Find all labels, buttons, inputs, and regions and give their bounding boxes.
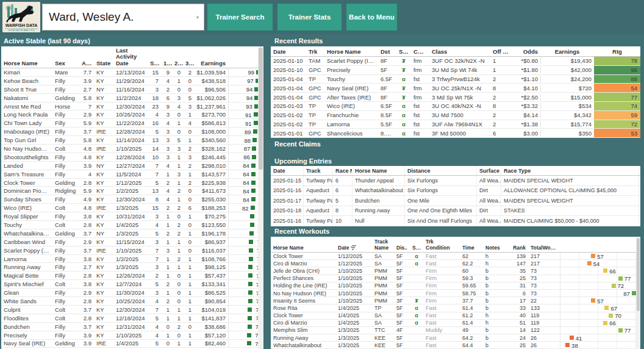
rating-square-mark[interactable] xyxy=(254,112,258,117)
col-header-surf[interactable]: Surf xyxy=(396,48,411,55)
table-row[interactable]: Spirit's MischiefColt3.8KY12/7/20245201$… xyxy=(1,280,263,289)
rating-square-mark[interactable] xyxy=(570,336,574,340)
table-row[interactable]: Wico (IRE)Colt4.8IRE1/3/202515226$188,25… xyxy=(1,204,263,212)
col-header-date[interactable]: Date xyxy=(271,166,304,175)
rating-square-mark[interactable] xyxy=(250,214,254,218)
col-header-cond[interactable]: Cond xyxy=(411,48,429,55)
col-header-date[interactable]: Date xyxy=(335,245,372,251)
table-row[interactable]: Insanity It Seems1/10/2025PMM3F₮Firm37.7… xyxy=(271,297,640,304)
rating-square-mark[interactable] xyxy=(252,138,257,142)
table-row[interactable]: Caribbean WindFilly2.9KY11/15/20243110$8… xyxy=(1,238,263,246)
dropdown-caret-icon[interactable]: ▾ xyxy=(196,15,199,20)
table-row[interactable]: 2025-01-16Aqueduct6WhatchatalkinaboutSix… xyxy=(271,186,640,196)
rating-square-mark[interactable] xyxy=(604,306,609,310)
rating-square-mark[interactable] xyxy=(591,298,595,303)
table-row[interactable]: 2025-01-10TAMScarlet Poppy (IRE)8F₮frm3U… xyxy=(271,57,640,66)
table-row[interactable]: Holding the Line (IRE)1/10/2025PMM5FFirm… xyxy=(271,282,640,290)
rating-square-mark[interactable] xyxy=(587,261,592,265)
table-row[interactable]: Arrest Me RedHorse7KY12/30/202423943$1,2… xyxy=(1,103,263,111)
col-header-odds[interactable]: Odds xyxy=(512,48,540,55)
col-header-rank[interactable]: Rank xyxy=(510,245,528,251)
col-header-race-nbr[interactable]: Race Nbr xyxy=(333,166,352,175)
table-row[interactable]: 2025-01-01GPCShancelicious8.32Fɑfst3F Md… xyxy=(271,129,640,138)
rating-square-mark[interactable] xyxy=(248,282,252,286)
table-row[interactable]: Royal SlipperFilly3.8KY10/31/20243101$70… xyxy=(1,212,263,221)
rating-square-mark[interactable] xyxy=(618,328,623,333)
col-header-3rd[interactable]: 3rd xyxy=(183,60,194,67)
col-header-horse-name[interactable]: Horse Name xyxy=(1,60,52,67)
table-row[interactable]: Sam's TreasureFilly4KY11/5/20247131$143,… xyxy=(1,170,263,179)
table-row[interactable]: PreciselyFilly3.9KY1/10/20254101$57,1207… xyxy=(1,331,263,340)
table-row[interactable]: 2025-01-17Turfway Park5BundchenOne MileA… xyxy=(271,196,640,206)
table-row[interactable]: GleanFilly2.9KY11/30/20243101$86,52575 xyxy=(1,289,263,297)
rating-square-mark[interactable] xyxy=(565,343,570,347)
rating-square-mark[interactable] xyxy=(251,189,256,193)
rating-square-mark[interactable] xyxy=(249,240,253,244)
table-row[interactable]: WhatchatalkinaboutGelding3.7NY1/3/202552… xyxy=(1,229,263,238)
table-row[interactable]: No Nay Hudson (IRE)Colt4.8IRE1/10/202514… xyxy=(1,145,263,153)
col-header-age[interactable]: Age xyxy=(79,60,94,67)
rating-square-mark[interactable] xyxy=(251,181,256,185)
table-row[interactable]: Memphis Slim1/3/2025TTC4FMuddy49b1412277 xyxy=(271,327,640,334)
rating-square-mark[interactable] xyxy=(248,265,252,269)
table-row[interactable]: ShootoutthelightsFilly4.8KY12/28/2024103… xyxy=(1,153,263,162)
sort-descending-icon[interactable] xyxy=(351,245,356,250)
col-header-dis[interactable]: Dis.. xyxy=(394,245,410,251)
rating-square-mark[interactable] xyxy=(250,223,254,227)
col-header-track[interactable]: Track xyxy=(304,166,333,175)
trainer-name-input[interactable] xyxy=(42,4,204,31)
col-header-class[interactable]: Class xyxy=(429,48,490,55)
rating-square-mark[interactable] xyxy=(603,268,607,273)
rating-square-mark[interactable] xyxy=(603,321,607,325)
col-header-date[interactable]: Date xyxy=(271,48,306,55)
table-row[interactable]: 2025-01-04TPTouchy6.5Fɑfst3 TrfwyPrvwB12… xyxy=(271,75,640,84)
col-header-last-activity-date[interactable]: Last Activity Date xyxy=(113,48,148,67)
col-header-off-fin[interactable]: Off Fin xyxy=(490,48,512,55)
rating-square-mark[interactable] xyxy=(248,273,252,278)
col-header-notes[interactable]: Notes xyxy=(483,245,510,251)
table-row[interactable]: 2025-01-02TPFranchuchie8.5Fɑfst3U Md 750… xyxy=(271,111,640,120)
table-row[interactable]: Long Neck PaulaFilly2.9KY10/26/20244301$… xyxy=(1,110,263,119)
rating-square-mark[interactable] xyxy=(249,248,253,253)
rating-square-mark[interactable] xyxy=(251,164,256,168)
back-to-menu-button[interactable]: Back to Menu xyxy=(346,4,397,31)
rating-square-mark[interactable] xyxy=(591,254,595,258)
table-row[interactable]: CulpritColt3.7KY12/30/20247111$104,01974 xyxy=(1,306,263,314)
rating-square-mark[interactable] xyxy=(632,291,636,295)
rating-square-mark[interactable] xyxy=(252,146,256,151)
rating-square-mark[interactable] xyxy=(247,333,251,337)
table-row[interactable]: Top Gun GirlFilly5.8KY11/14/202413351$34… xyxy=(1,136,263,145)
table-row[interactable]: Dominican PioneerRidgling5.9KY1/2/202513… xyxy=(1,187,263,195)
table-row[interactable]: Rose Rita1/4/2025TP5FɑFast61.4b3313367 xyxy=(271,304,640,312)
table-row[interactable]: Jefe de Obra (CHI)1/10/2025PMM5FFirm60b3… xyxy=(271,267,640,275)
col-header-2nd[interactable]: 2nd xyxy=(172,60,183,67)
table-row[interactable]: Ciro di Marzio1/4/2025SA5FɑFast61.4h5111… xyxy=(271,320,640,327)
table-row[interactable]: Ciro di Marzio1/12/2025SA5FɑFast62.2h147… xyxy=(271,260,640,267)
table-row[interactable]: 2025-01-18Aqueduct8Running AwayOne And O… xyxy=(271,206,640,217)
rating-square-mark[interactable] xyxy=(252,155,256,159)
table-row[interactable]: Navy Seal (IRE)Gelding3.9IRE1/4/20255011… xyxy=(1,340,263,348)
rating-square-mark[interactable] xyxy=(254,121,258,125)
rating-square-mark[interactable] xyxy=(609,314,613,318)
table-row[interactable]: Clock Tower1/12/2025SA5FɑFast62h13921757 xyxy=(271,253,640,260)
rating-square-mark[interactable] xyxy=(618,276,623,281)
col-header-trk-condition[interactable]: Trk Condition xyxy=(423,239,460,251)
table-row[interactable]: Perfect Shances1/10/2025PMM5FFirm59.3b25… xyxy=(271,275,640,282)
col-header-totalworks[interactable]: TotalWorks xyxy=(528,245,560,251)
col-header-1st[interactable]: 1st xyxy=(161,60,172,67)
table-row[interactable]: 2025-01-10GPCPrecisely5F₮frm3U Md Sp Wt … xyxy=(271,66,640,75)
table-row[interactable]: LamornaFilly3.8KY1/2/20257121$108,76677 xyxy=(1,255,263,264)
rating-square-mark[interactable] xyxy=(248,325,252,329)
table-row[interactable]: Chi Town LadyFilly5.9KY11/22/202416414$5… xyxy=(1,119,263,128)
rating-square-mark[interactable] xyxy=(248,316,252,320)
table-row[interactable]: KimariMare7.7KY12/13/202415902$1,039,594… xyxy=(1,68,263,77)
col-header-dst[interactable]: Dst xyxy=(378,48,396,55)
col-header-surface[interactable]: Surface xyxy=(477,166,501,175)
scrollbar-thumb[interactable] xyxy=(637,238,640,311)
table-row[interactable]: Clock TowerGelding2.8KY1/12/20255212$225… xyxy=(1,179,263,187)
table-row[interactable]: White SandsFilly2.8KY10/25/20244201$90,8… xyxy=(1,297,263,306)
table-row[interactable]: Running AwayFilly2.7KY1/3/20253111$98,12… xyxy=(1,263,263,272)
col-header-track-name[interactable]: Track Name xyxy=(372,239,394,251)
rating-square-mark[interactable] xyxy=(247,341,251,345)
col-header-sts[interactable]: Sts xyxy=(148,60,161,67)
